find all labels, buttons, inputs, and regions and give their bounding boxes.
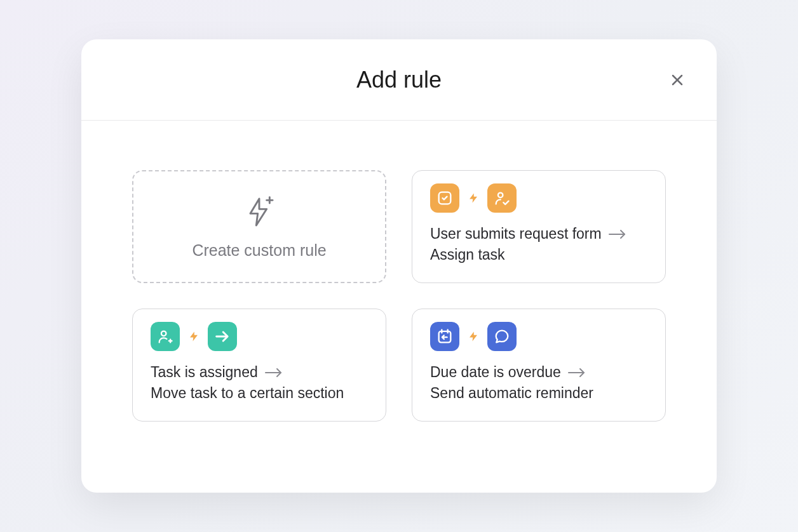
svg-point-7 bbox=[161, 331, 166, 336]
message-icon bbox=[493, 328, 511, 345]
action-icon-badge bbox=[208, 322, 237, 351]
arrow-right-icon bbox=[608, 228, 627, 241]
icon-row bbox=[151, 322, 368, 351]
action-icon-badge bbox=[487, 322, 517, 351]
form-check-icon bbox=[436, 189, 454, 207]
close-button[interactable] bbox=[668, 71, 686, 89]
create-custom-rule-card[interactable]: Create custom rule bbox=[132, 170, 386, 283]
calendar-back-icon bbox=[436, 328, 454, 345]
action-icon-badge bbox=[487, 183, 517, 213]
action-text: Move task to a certain section bbox=[151, 385, 368, 402]
preset-rule-submit-form[interactable]: User submits request form Assign task bbox=[412, 170, 666, 283]
trigger-text: Due date is overdue bbox=[430, 364, 561, 381]
trigger-text: Task is assigned bbox=[151, 364, 258, 381]
close-icon bbox=[670, 72, 685, 88]
arrow-right-icon bbox=[567, 366, 586, 379]
bolt-icon bbox=[467, 330, 480, 343]
preset-rule-task-assigned[interactable]: Task is assigned Move task to a certain … bbox=[132, 309, 386, 422]
user-assign-icon bbox=[493, 189, 511, 207]
bolt-icon bbox=[187, 330, 200, 343]
trigger-text: User submits request form bbox=[430, 225, 602, 243]
icon-row bbox=[430, 183, 647, 213]
lightning-plus-icon bbox=[241, 194, 277, 230]
preset-rule-due-overdue[interactable]: Due date is overdue Send automatic remin… bbox=[412, 309, 666, 422]
user-plus-icon bbox=[156, 328, 174, 345]
trigger-line: Due date is overdue bbox=[430, 364, 647, 381]
trigger-line: Task is assigned bbox=[151, 364, 368, 381]
add-rule-modal: Add rule Create custom rule bbox=[81, 39, 717, 493]
svg-point-5 bbox=[498, 193, 503, 197]
action-text: Assign task bbox=[430, 246, 647, 263]
custom-rule-label: Create custom rule bbox=[192, 241, 326, 260]
action-text: Send automatic reminder bbox=[430, 385, 647, 402]
modal-title: Add rule bbox=[356, 67, 442, 93]
trigger-icon-badge bbox=[430, 183, 459, 213]
arrow-right-icon bbox=[264, 366, 283, 379]
modal-body: Create custom rule bbox=[81, 121, 717, 471]
bolt-icon bbox=[467, 192, 480, 204]
modal-header: Add rule bbox=[81, 39, 717, 121]
trigger-icon-badge bbox=[151, 322, 180, 351]
arrow-right-icon bbox=[213, 328, 231, 345]
trigger-icon-badge bbox=[430, 322, 459, 351]
rule-card-grid: Create custom rule bbox=[132, 170, 666, 422]
trigger-line: User submits request form bbox=[430, 225, 647, 243]
icon-row bbox=[430, 322, 647, 351]
